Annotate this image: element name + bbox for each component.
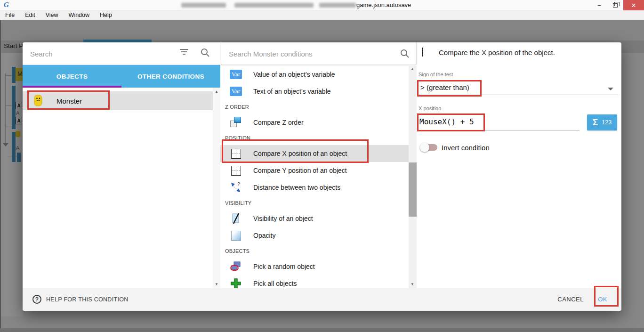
z-order-icon (230, 117, 242, 128)
svg-text:?: ? (237, 182, 240, 187)
condition-row-selected[interactable]: Compare X position of an object (220, 145, 409, 162)
pick-random-icon (230, 261, 242, 272)
minimize-button[interactable]: – (592, 0, 606, 10)
redacted-title-segment (181, 3, 226, 8)
condition-row[interactable]: Compare Y position of an object (220, 162, 409, 179)
expression-builder-button[interactable]: Σ 123 (587, 114, 617, 130)
section-header: Z ORDER (225, 100, 249, 114)
object-list-scrollbar[interactable]: ▲ ▼ (213, 88, 220, 288)
object-search-input[interactable] (30, 48, 171, 59)
numbers-icon: 123 (602, 119, 612, 126)
compare-y-icon (231, 166, 241, 176)
menu-view[interactable]: View (40, 10, 64, 20)
section-header: VISIBILITY (225, 196, 251, 210)
condition-row[interactable]: Compare Z order (220, 114, 409, 131)
filter-icon[interactable] (180, 49, 188, 56)
menu-help[interactable]: Help (95, 10, 117, 20)
compare-x-icon (231, 149, 241, 159)
monster-icon (33, 95, 43, 107)
condition-list-scrollbar[interactable]: ▲ ▼ (409, 65, 417, 288)
tab-other-conditions[interactable]: OTHER CONDITIONS (121, 65, 220, 88)
condition-row[interactable]: Pick a random object (220, 258, 409, 275)
variable-icon: Var (230, 70, 242, 79)
object-list-item-monster[interactable]: Monster (23, 91, 213, 110)
restore-button[interactable] (608, 0, 622, 10)
field-underline (418, 130, 580, 130)
window-title: game.json.autosave (356, 1, 411, 8)
opacity-icon (231, 231, 241, 241)
compare-x-icon (422, 48, 423, 57)
section-header: POSITION (225, 131, 250, 145)
menu-file[interactable]: File (0, 10, 20, 20)
minimize-icon: – (598, 2, 601, 8)
search-icon[interactable] (400, 49, 410, 58)
x-position-input[interactable] (419, 116, 575, 127)
field-underline (418, 95, 618, 95)
scroll-up-icon[interactable]: ▲ (409, 67, 416, 71)
redacted-title-segment (234, 3, 314, 8)
object-tabs: OBJECTS OTHER CONDITIONS (23, 65, 220, 88)
help-link[interactable]: HELP FOR THIS CONDITION (46, 296, 129, 303)
menu-edit[interactable]: Edit (20, 10, 40, 20)
close-icon: ✕ (631, 2, 636, 9)
tab-objects[interactable]: OBJECTS (23, 65, 121, 88)
condition-list: Var Value of an object's variable Var Te… (220, 65, 417, 288)
condition-row[interactable]: ? Distance between two objects (220, 179, 409, 196)
toggle-knob[interactable] (420, 143, 429, 152)
scroll-down-icon[interactable]: ▼ (213, 282, 220, 286)
invert-condition-toggle[interactable] (421, 144, 437, 151)
gdevelop-logo-icon: G (4, 1, 12, 9)
section-header: OBJECTS (225, 244, 250, 258)
condition-row[interactable]: Var Value of an object's variable (220, 66, 409, 83)
dialog-footer: ? HELP FOR THIS CONDITION CANCEL OK (23, 288, 621, 311)
condition-search-bar (221, 42, 417, 65)
search-icon[interactable] (201, 48, 210, 57)
condition-row[interactable]: Pick all objects (220, 275, 409, 288)
scrollbar-thumb[interactable] (409, 162, 417, 217)
invert-condition-label: Invert condition (442, 144, 490, 152)
chevron-down-icon[interactable] (608, 88, 613, 90)
help-icon: ? (32, 295, 41, 304)
condition-row[interactable]: Opacity (220, 227, 409, 244)
variable-icon: Var (230, 87, 242, 96)
condition-title: Compare the X position of the object. (439, 49, 555, 57)
menu-window[interactable]: Window (64, 10, 95, 20)
condition-row[interactable]: Var Text of an object's variable (220, 83, 409, 100)
selected-tab-underline (23, 86, 121, 88)
restore-icon (613, 3, 618, 8)
condition-row[interactable]: Visibility of an object (220, 210, 409, 227)
close-button[interactable]: ✕ (623, 0, 644, 10)
sigma-icon: Σ (593, 117, 598, 128)
condition-search-input[interactable] (229, 48, 384, 59)
menu-bar: File Edit View Window Help (0, 10, 644, 20)
sign-of-test-label: Sign of the test (419, 72, 453, 77)
redacted-title-segment (319, 3, 356, 8)
object-label: Monster (56, 97, 82, 105)
condition-editor-dialog: OBJECTS OTHER CONDITIONS Monster ▲ ▼ Var… (23, 42, 621, 311)
cancel-button[interactable]: CANCEL (557, 296, 584, 303)
scroll-up-icon[interactable]: ▲ (213, 89, 220, 94)
visibility-icon (231, 213, 241, 224)
object-search-bar (23, 42, 220, 65)
sign-of-test-select[interactable]: > (greater than) (420, 83, 469, 91)
scroll-down-icon[interactable]: ▼ (409, 282, 416, 286)
x-position-label: X position (419, 105, 441, 111)
pick-all-icon (230, 278, 242, 288)
ok-button[interactable]: OK (598, 296, 607, 303)
distance-icon: ? (230, 182, 242, 193)
title-bar: G game.json.autosave – ✕ (0, 0, 644, 10)
